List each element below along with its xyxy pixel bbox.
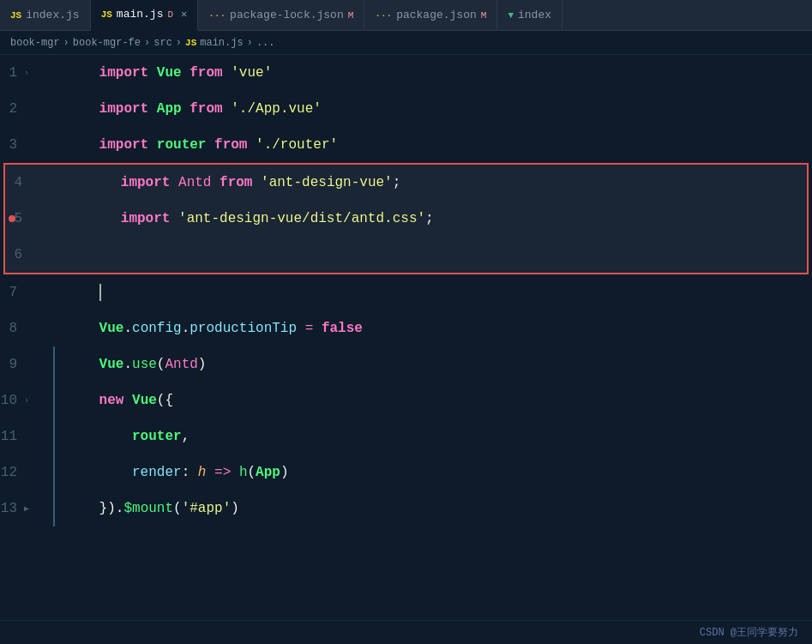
breadcrumb-sep: › — [176, 37, 182, 49]
tab-modified-indicator: M — [348, 10, 354, 21]
line-number-6: 6 — [5, 237, 48, 273]
line-number-9: 9 — [0, 346, 43, 382]
fold-icon-13[interactable]: ▶ — [19, 503, 29, 514]
tab-index-js[interactable]: JS index.js — [0, 0, 91, 31]
breadcrumb-part: ... — [256, 37, 275, 49]
line-number-4: 4 — [5, 165, 48, 201]
tab-package-lock[interactable]: ··· package-lock.json M — [198, 0, 364, 31]
line-number-10: 10 › — [0, 382, 43, 418]
breadcrumb-part: book-mgr — [10, 37, 60, 49]
tab-lang-icon: ▼ — [508, 10, 514, 21]
tab-main-js[interactable]: JS main.js D ✕ — [91, 0, 199, 31]
tab-filename: index — [518, 9, 551, 21]
tab-filename: index.js — [26, 9, 79, 21]
breadcrumb-part: src — [153, 37, 172, 49]
tab-dirty-indicator: D — [167, 9, 173, 20]
breadcrumb-part: book-mgr-fe — [73, 37, 141, 49]
tab-modified-indicator: M — [481, 10, 487, 21]
tab-lang-icon: ··· — [375, 10, 392, 21]
tab-index-vue[interactable]: ▼ index — [497, 0, 562, 31]
line-number-5: 5 — [5, 201, 48, 237]
status-bar: CSDN @王同学要努力 — [0, 620, 812, 644]
tab-filename: package.json — [396, 9, 477, 21]
watermark-text: CSDN @王同学要努力 — [700, 625, 798, 640]
line-number-8: 8 — [0, 310, 43, 346]
breadcrumb-sep: › — [247, 37, 253, 49]
breadcrumb-sep: › — [144, 37, 150, 49]
tab-package-json[interactable]: ··· package.json M — [364, 0, 497, 31]
gutter-bar-13 — [53, 491, 55, 527]
line-number-7: 7 — [0, 274, 43, 310]
tab-lang-icon: JS — [101, 9, 112, 20]
breadcrumb: book-mgr › book-mgr-fe › src › JS main.j… — [0, 31, 812, 55]
breadcrumb-part: main.js — [200, 37, 243, 49]
line-number-13: 13 ▶ — [0, 491, 43, 527]
breadcrumb-sep: › — [63, 37, 69, 49]
line-number-11: 11 — [0, 418, 43, 454]
tab-close-button[interactable]: ✕ — [181, 8, 187, 21]
tab-bar: JS index.js JS main.js D ✕ ··· package-l… — [0, 0, 812, 31]
line-number-1: 1 › — [0, 55, 43, 91]
code-editor[interactable]: 1 › import Vue from 'vue' 2 import App f… — [0, 55, 812, 620]
line-number-12: 12 — [0, 454, 43, 491]
code-line-5: 5 import 'ant-design-vue/dist/antd.css'; — [5, 201, 807, 237]
code-line-13: 13 ▶ }).$mount('#app') — [0, 491, 812, 527]
line-number-2: 2 — [0, 91, 43, 127]
fold-icon-10[interactable]: › — [19, 396, 29, 406]
breadcrumb-lang-badge: JS — [185, 38, 196, 48]
tab-lang-icon: JS — [10, 10, 21, 21]
tab-filename: main.js — [117, 8, 164, 21]
fold-icon-1[interactable]: › — [19, 69, 29, 78]
tab-filename: package-lock.json — [230, 9, 344, 21]
code-text-13: }).$mount('#app') — [43, 454, 812, 563]
line-number-3: 3 — [0, 127, 43, 163]
tab-lang-icon: ··· — [208, 10, 226, 21]
